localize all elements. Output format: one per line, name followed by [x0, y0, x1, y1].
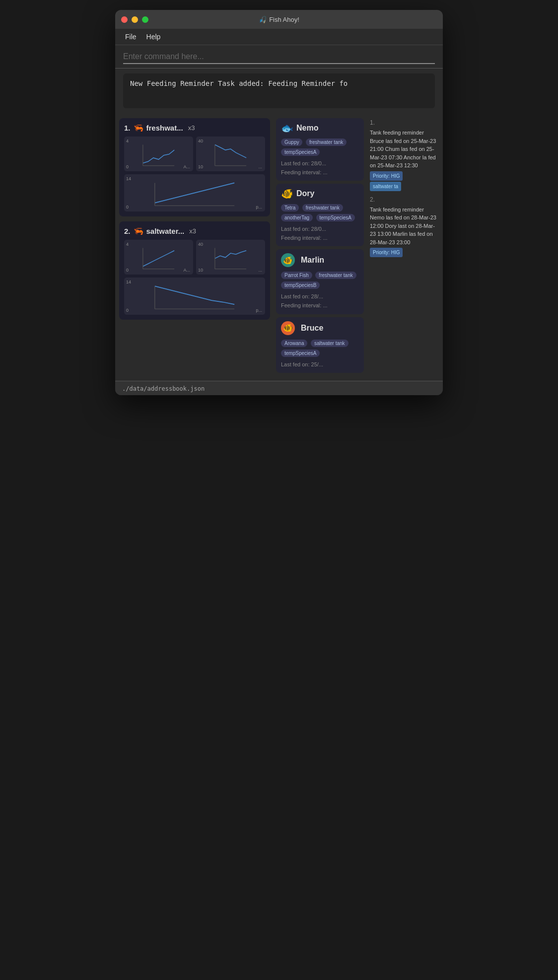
nemo-emoji: 🐟 — [281, 122, 293, 134]
app-window: 🎣 Fish Ahoy! File Help New Feeding Remin… — [115, 10, 443, 395]
dory-info: Last fed on: 28/0... Feeding interval: .… — [281, 225, 359, 242]
bruce-tags: Arowana saltwater tank tempSpeciesA — [281, 338, 359, 358]
tank-count-1: x3 — [188, 124, 195, 132]
dory-tag-1: Tetra — [281, 204, 299, 211]
chart-svg-2b — [199, 243, 262, 272]
nemo-tag-3: tempSpeciesA — [281, 148, 320, 156]
bruce-tag-3: tempSpeciesA — [281, 350, 320, 357]
bruce-last-fed: Last fed on: 25/... — [281, 360, 359, 369]
chart-svg-1a — [127, 140, 190, 168]
bruce-info: Last fed on: 25/... — [281, 360, 359, 369]
reminder-text-2: Tank feeding reminder Nemo las fed on 28… — [370, 206, 439, 247]
dory-name: Dory — [296, 189, 314, 198]
fish-card-bruce: 🐠 Bruce Arowana saltwater tank tempSpeci… — [276, 317, 364, 373]
scrollbars-row — [370, 261, 443, 270]
nemo-tag-2: freshwater tank — [306, 139, 347, 146]
tank-number-1: 1. — [124, 124, 131, 132]
bruce-tag-1: Arowana — [281, 340, 307, 347]
fish-name-row-nemo: 🐟 Nemo — [281, 122, 359, 134]
dory-last-fed: Last fed on: 28/0... — [281, 225, 359, 234]
menu-file[interactable]: File — [121, 32, 140, 42]
command-bar — [115, 45, 443, 69]
menu-help[interactable]: Help — [142, 32, 165, 42]
fish-name-row-bruce: 🐠 Bruce — [281, 321, 359, 335]
output-text: New Feeding Reminder Task added: Feeding… — [130, 79, 428, 87]
traffic-lights — [121, 16, 148, 23]
chart-box-1a: 4 A... 0 — [124, 137, 193, 171]
chart-box-2c: 14 p... 0 — [124, 278, 265, 315]
dory-tag-3: anotherTag — [281, 214, 313, 221]
fish-card-marlin: 🐠 Marlin Parrot Fish freshwater tank tem… — [276, 249, 364, 314]
reminder-priority-2: Priority: HIG — [370, 248, 403, 257]
marlin-info: Last fed on: 28/... Feeding interval: ..… — [281, 292, 359, 310]
reminder-text-1: Tank feeding reminder Bruce las fed on 2… — [370, 129, 439, 170]
tank-charts-1: 4 A... 0 40 — [124, 137, 265, 211]
bruce-name: Bruce — [301, 324, 323, 333]
dory-emoji: 🐠 — [281, 188, 293, 200]
tanks-column: 1. 🦐 freshwat... x3 4 A... 0 — [115, 118, 274, 376]
dory-tags: Tetra freshwater tank anotherTag tempSpe… — [281, 203, 359, 222]
reminder-item-2: 2. Tank feeding reminder Nemo las fed on… — [370, 195, 439, 258]
minimize-button[interactable] — [132, 16, 138, 23]
bruce-avatar: 🐠 — [281, 321, 295, 335]
title-icon: 🎣 — [259, 16, 267, 23]
output-box: New Feeding Reminder Task added: Feeding… — [123, 73, 435, 108]
tank-icon-2: 🦐 — [134, 226, 143, 236]
tank-card-2: 2. 🦐 saltwater... x3 4 A... 0 — [119, 221, 270, 320]
tank-number-2: 2. — [124, 227, 131, 235]
tank-header-2: 2. 🦐 saltwater... x3 — [124, 226, 265, 236]
main-content: 1. 🦐 freshwat... x3 4 A... 0 — [115, 113, 443, 381]
reminder-number-2: 2. — [370, 195, 439, 204]
dory-tag-2: freshwater tank — [302, 204, 343, 211]
nemo-tags: Guppy freshwater tank tempSpeciesA — [281, 137, 359, 157]
fish-card-nemo: 🐟 Nemo Guppy freshwater tank tempSpecies… — [276, 118, 364, 181]
chart-box-2b: 40 ... 10 — [196, 240, 265, 275]
reminders-column: 1. Tank feeding reminder Bruce las fed o… — [366, 118, 443, 376]
chart-svg-1b — [199, 140, 262, 168]
window-title: 🎣 Fish Ahoy! — [259, 16, 299, 23]
chart-box-1c: 14 p... 0 — [124, 174, 265, 211]
tank-name-2: saltwater... — [146, 227, 185, 235]
fish-card-dory: 🐠 Dory Tetra freshwater tank anotherTag … — [276, 184, 364, 246]
tank-name-1: freshwat... — [146, 124, 183, 132]
nemo-last-fed: Last fed on: 28/0... — [281, 159, 359, 168]
nemo-tag-1: Guppy — [281, 139, 302, 146]
marlin-tags: Parrot Fish freshwater tank tempSpeciesB — [281, 270, 359, 290]
status-path: ./data/addressbook.json — [122, 385, 205, 392]
tank-count-2: x3 — [189, 227, 196, 235]
chart-svg-2a — [127, 243, 190, 272]
dory-tag-4: tempSpeciesA — [316, 214, 355, 221]
fish-column: 🐟 Nemo Guppy freshwater tank tempSpecies… — [274, 118, 366, 376]
marlin-name: Marlin — [301, 256, 324, 265]
chart-box-2a: 4 A... 0 — [124, 240, 193, 275]
reminder-priority-1: Priority: HIG — [370, 171, 403, 181]
maximize-button[interactable] — [142, 16, 148, 23]
title-bar: 🎣 Fish Ahoy! — [115, 10, 443, 29]
tank-header-1: 1. 🦐 freshwat... x3 — [124, 123, 265, 133]
nemo-name: Nemo — [296, 124, 318, 133]
nemo-interval: Feeding interval: ... — [281, 168, 359, 177]
marlin-avatar: 🐠 — [281, 253, 295, 267]
reminder-item-1: 1. Tank feeding reminder Bruce las fed o… — [370, 118, 439, 191]
chart-svg-2c — [127, 280, 262, 312]
status-bar: ./data/addressbook.json — [115, 381, 443, 395]
tank-card-1: 1. 🦐 freshwat... x3 4 A... 0 — [119, 118, 270, 216]
fish-name-row-dory: 🐠 Dory — [281, 188, 359, 200]
marlin-last-fed: Last fed on: 28/... — [281, 292, 359, 301]
nemo-info: Last fed on: 28/0... Feeding interval: .… — [281, 159, 359, 177]
chart-svg-1c — [127, 177, 262, 209]
marlin-tag-2: freshwater tank — [315, 272, 356, 279]
reminder-number-1: 1. — [370, 118, 439, 127]
marlin-tag-3: tempSpeciesB — [281, 281, 320, 289]
tank-icon-1: 🦐 — [134, 123, 143, 133]
close-button[interactable] — [121, 16, 128, 23]
menu-bar: File Help — [115, 29, 443, 45]
tank-charts-2: 4 A... 0 40 — [124, 240, 265, 315]
marlin-tag-1: Parrot Fish — [281, 272, 312, 279]
bruce-tag-2: saltwater tank — [311, 340, 349, 347]
command-input[interactable] — [123, 50, 435, 64]
reminder-tank-tag-1: saltwater ta — [370, 182, 401, 191]
marlin-interval: Feeding interval: ... — [281, 301, 359, 310]
dory-interval: Feeding interval: ... — [281, 234, 359, 243]
fish-name-row-marlin: 🐠 Marlin — [281, 253, 359, 267]
